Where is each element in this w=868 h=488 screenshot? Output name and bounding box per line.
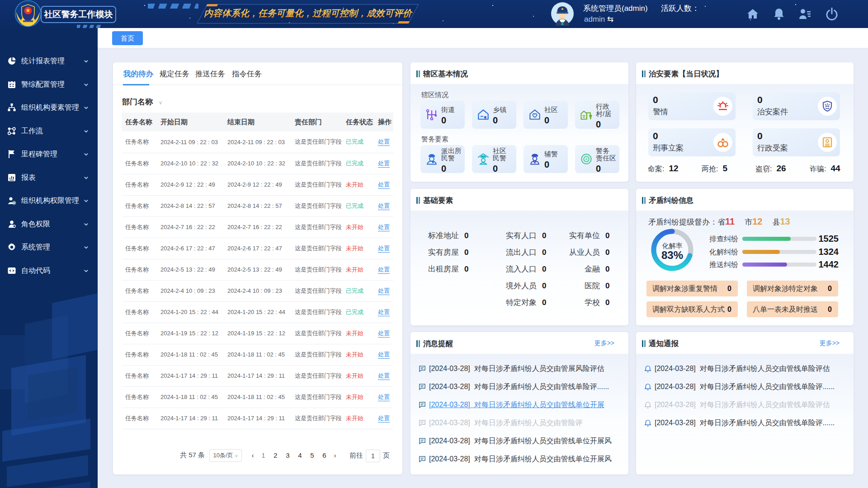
svg-text:化解率: 化解率 [662,242,683,249]
svg-text:83%: 83% [661,249,683,261]
